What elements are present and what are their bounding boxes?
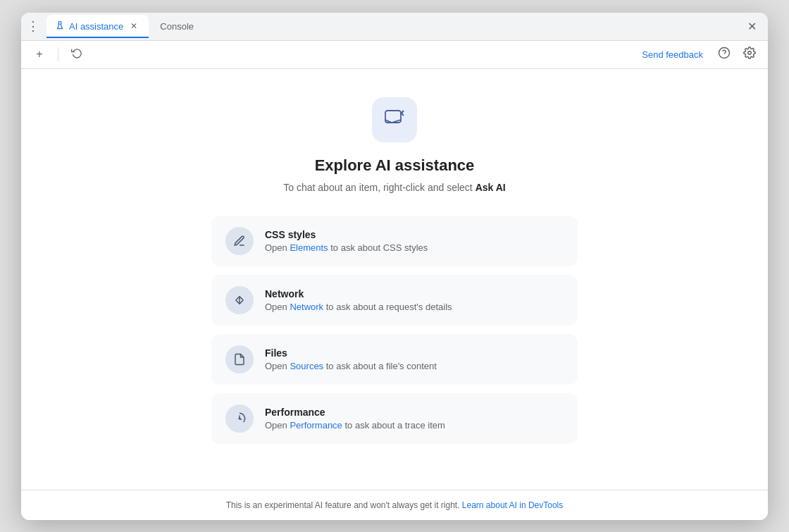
feature-card-network[interactable]: Network Open Network to ask about a requ… (211, 275, 578, 326)
plus-icon: + (36, 48, 42, 61)
performance-icon-circle (225, 404, 254, 433)
page-subtitle: To chat about an item, right-click and s… (283, 182, 505, 193)
css-icon-circle (225, 227, 254, 255)
network-feature-desc: Open Network to ask about a request's de… (265, 302, 452, 312)
history-button[interactable] (67, 44, 87, 64)
svg-point-3 (748, 51, 752, 55)
files-feature-desc: Open Sources to ask about a file's conte… (265, 361, 437, 371)
subtitle-bold: Ask AI (476, 182, 506, 193)
network-icon-circle (225, 286, 254, 314)
performance-link[interactable]: Performance (290, 420, 342, 431)
svg-point-5 (402, 112, 402, 113)
feature-card-css[interactable]: CSS styles Open Elements to ask about CS… (211, 216, 578, 266)
footer: This is an experimental AI feature and w… (21, 490, 768, 520)
feature-card-files[interactable]: Files Open Sources to ask about a file's… (211, 334, 578, 385)
toolbar-divider (58, 47, 58, 61)
svg-point-7 (239, 418, 240, 419)
main-content: Explore AI assistance To chat about an i… (21, 69, 768, 490)
settings-icon (743, 47, 756, 62)
performance-feature-desc: Open Performance to ask about a trace it… (265, 420, 445, 431)
network-feature-title: Network (265, 288, 452, 299)
new-tab-button[interactable]: + (30, 44, 49, 64)
network-link[interactable]: Network (290, 302, 323, 312)
beaker-icon (55, 20, 65, 32)
tab-console[interactable]: Console (151, 15, 202, 37)
send-feedback-link[interactable]: Send feedback (642, 49, 703, 60)
tab-dots-menu[interactable]: ⋮ (27, 18, 39, 34)
css-desc-suffix: to ask about CSS styles (328, 242, 428, 253)
files-feature-text: Files Open Sources to ask about a file's… (265, 347, 437, 371)
page-title: Explore AI assistance (315, 156, 475, 175)
history-icon (71, 47, 82, 61)
performance-feature-title: Performance (265, 407, 445, 418)
ai-sparkle-icon (383, 107, 406, 132)
css-desc-prefix: Open (265, 242, 290, 253)
files-desc-suffix: to ask about a file's content (323, 361, 437, 371)
css-feature-desc: Open Elements to ask about CSS styles (265, 242, 428, 253)
network-desc-suffix: to ask about a request's details (323, 302, 452, 312)
feature-list: CSS styles Open Elements to ask about CS… (211, 216, 578, 444)
tab-close-button[interactable]: ✕ (128, 20, 140, 32)
feature-card-performance[interactable]: Performance Open Performance to ask abou… (211, 393, 578, 444)
settings-button[interactable] (740, 44, 759, 64)
footer-text: This is an experimental AI feature and w… (226, 500, 462, 510)
help-icon (718, 47, 731, 62)
css-feature-text: CSS styles Open Elements to ask about CS… (265, 229, 428, 253)
sources-link[interactable]: Sources (290, 361, 323, 371)
performance-desc-prefix: Open (265, 420, 290, 431)
files-desc-prefix: Open (265, 361, 290, 371)
elements-link[interactable]: Elements (290, 242, 328, 253)
css-feature-title: CSS styles (265, 229, 428, 240)
files-feature-title: Files (265, 347, 437, 359)
toolbar: + Send feedback (21, 41, 768, 69)
help-button[interactable] (714, 44, 734, 64)
tab-ai-label: AI assistance (69, 21, 123, 32)
performance-desc-suffix: to ask about a trace item (342, 420, 445, 431)
window-close-button[interactable]: ✕ (742, 17, 762, 36)
ai-icon-wrapper (372, 97, 417, 142)
network-feature-text: Network Open Network to ask about a requ… (265, 288, 452, 312)
tab-bar: ⋮ AI assistance ✕ Console ✕ (21, 13, 768, 41)
tab-console-label: Console (160, 21, 194, 32)
subtitle-text: To chat about an item, right-click and s… (283, 182, 475, 193)
tab-ai-assistance[interactable]: AI assistance ✕ (46, 15, 149, 37)
learn-ai-link[interactable]: Learn about AI in DevTools (462, 500, 563, 510)
network-desc-prefix: Open (265, 302, 290, 312)
performance-feature-text: Performance Open Performance to ask abou… (265, 407, 445, 431)
devtools-window: ⋮ AI assistance ✕ Console ✕ + (21, 13, 768, 520)
files-icon-circle (225, 345, 254, 373)
